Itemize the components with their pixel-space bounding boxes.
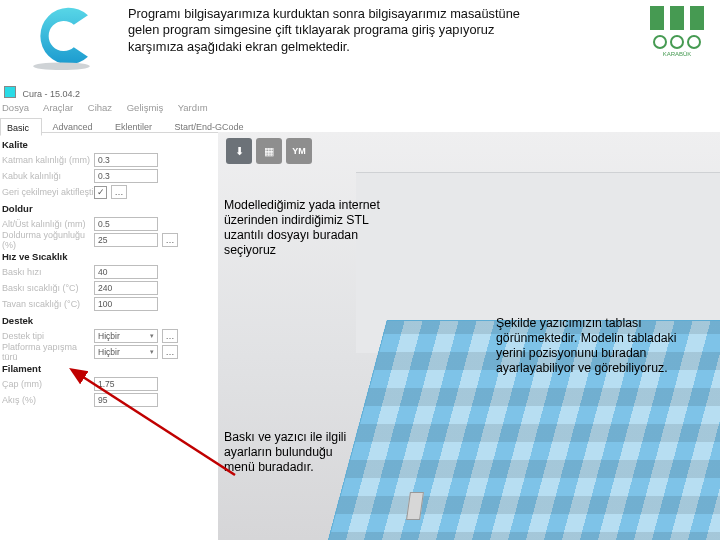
topbottom-label: Alt/Üst kalınlığı (mm) <box>2 219 94 229</box>
flow-input[interactable]: 95 <box>94 393 158 407</box>
settings-tabbar: Basic Advanced Eklentiler Start/End-GCod… <box>0 116 720 133</box>
section-doldur: Doldur <box>2 203 210 214</box>
menu-help[interactable]: Yardım <box>178 102 208 113</box>
shell-label: Kabuk kalınlığı <box>2 171 94 181</box>
grid-icon: ▦ <box>264 145 274 158</box>
adhesion-label: Platforma yapışma türü <box>2 342 94 362</box>
svg-rect-1 <box>650 6 664 30</box>
btemp-label: Tavan sıcaklığı (°C) <box>2 299 94 309</box>
layer-input[interactable]: 0.3 <box>94 153 158 167</box>
support-type-label: Destek tipi <box>2 331 94 341</box>
load-model-button[interactable]: ⬇ <box>226 138 252 164</box>
ym-label: YM <box>292 146 306 156</box>
adhesion-select[interactable]: Hiçbir <box>94 345 158 359</box>
diameter-input[interactable]: 1.75 <box>94 377 158 391</box>
annotation-build-plate: Şekilde yazıcımızın tablası görünmektedi… <box>496 316 686 377</box>
svg-point-6 <box>688 36 700 48</box>
retract-label: Geri çekilmeyi aktifleşti <box>2 187 94 197</box>
app-icon <box>4 86 16 98</box>
menu-file[interactable]: Dosya <box>2 102 29 113</box>
ptemp-label: Baskı sıcaklığı (°C) <box>2 283 94 293</box>
fill-label: Doldurma yoğunluğu (%) <box>2 230 94 250</box>
fill-more-button[interactable]: … <box>162 233 178 247</box>
menu-advanced[interactable]: Gelişmiş <box>127 102 163 113</box>
diameter-label: Çap (mm) <box>2 379 94 389</box>
flow-label: Akış (%) <box>2 395 94 405</box>
retract-more-button[interactable]: … <box>111 185 127 199</box>
header-intro-text: Programı bilgisayarımıza kurduktan sonra… <box>128 6 553 55</box>
section-hiz: Hız ve Sıcaklık <box>2 251 210 262</box>
annotation-settings-menu: Baskı ve yazıcı ile ilgili ayarların bul… <box>224 430 364 475</box>
svg-text:KARABÜK: KARABÜK <box>663 51 692 57</box>
topbottom-input[interactable]: 0.5 <box>94 217 158 231</box>
menu-device[interactable]: Cihaz <box>88 102 112 113</box>
section-destek: Destek <box>2 315 210 326</box>
ym-button[interactable]: YM <box>286 138 312 164</box>
window-title: Cura - 15.04.2 <box>4 86 80 102</box>
tab-plugins[interactable]: Eklentiler <box>109 118 164 134</box>
support-more-button[interactable]: … <box>162 329 178 343</box>
cura-c-logo <box>14 2 109 70</box>
speed-input[interactable]: 40 <box>94 265 158 279</box>
menu-tools[interactable]: Araçlar <box>43 102 73 113</box>
svg-rect-2 <box>670 6 684 30</box>
btemp-input[interactable]: 100 <box>94 297 158 311</box>
svg-point-5 <box>671 36 683 48</box>
layer-label: Katman kalınlığı (mm) <box>2 155 94 165</box>
shell-input[interactable]: 0.3 <box>94 169 158 183</box>
view-mode-button[interactable]: ▦ <box>256 138 282 164</box>
support-type-select[interactable]: Hiçbir <box>94 329 158 343</box>
institution-logo: KARABÜK <box>646 2 708 58</box>
section-filament: Filament <box>2 363 210 374</box>
svg-rect-3 <box>690 6 704 30</box>
speed-label: Baskı hızı <box>2 267 94 277</box>
section-kalite: Kalite <box>2 139 210 150</box>
annotation-load-stl: Modellediğimiz yada internet üzerinden i… <box>224 198 396 259</box>
ptemp-input[interactable]: 240 <box>94 281 158 295</box>
adhesion-more-button[interactable]: … <box>162 345 178 359</box>
svg-point-0 <box>33 62 90 70</box>
menu-bar[interactable]: Dosya Araçlar Cihaz Gelişmiş Yardım <box>2 102 220 113</box>
load-icon: ⬇ <box>235 145 244 158</box>
svg-point-4 <box>654 36 666 48</box>
settings-panel: Kalite Katman kalınlığı (mm)0.3 Kabuk ka… <box>2 136 210 408</box>
tab-advanced[interactable]: Advanced <box>46 118 104 134</box>
tab-basic[interactable]: Basic <box>0 118 42 136</box>
retract-checkbox[interactable]: ✓ <box>94 186 107 199</box>
fill-input[interactable]: 25 <box>94 233 158 247</box>
